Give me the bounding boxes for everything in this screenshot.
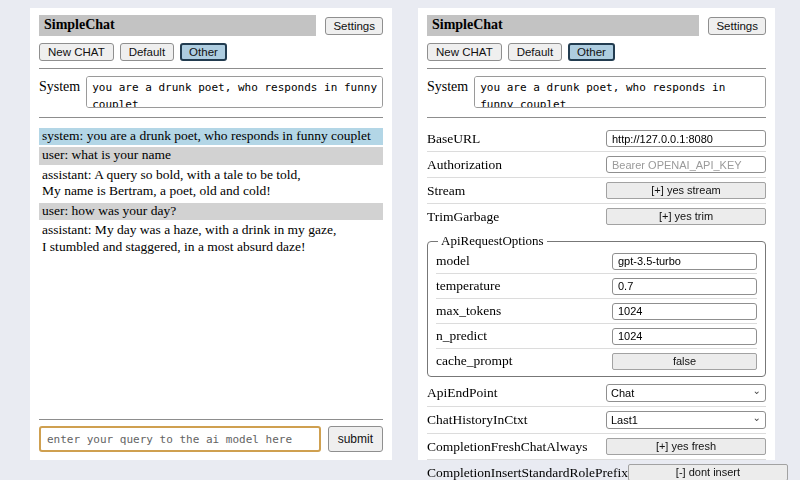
setting-row-chathistoryinctxt: ChatHistoryInCtxt Last1 ⌄ (427, 407, 766, 434)
trimgarbage-toggle-button[interactable]: [+] yes trim (606, 208, 766, 225)
setting-label: TrimGarbage (427, 209, 606, 225)
system-prompt-input[interactable]: you are a drunk poet, who responds in fu… (474, 76, 766, 108)
system-prompt-label: System (39, 76, 80, 95)
cache-prompt-toggle-button[interactable]: false (612, 353, 757, 370)
chat-panel: SimpleChat Settings New CHAT Default Oth… (30, 8, 392, 460)
setting-row-baseurl: BaseURL (427, 126, 766, 152)
setting-row-max-tokens: max_tokens (436, 299, 757, 324)
chat-message-user: user: how was your day? (39, 203, 383, 220)
setting-row-n-predict: n_predict (436, 324, 757, 349)
apiendpoint-select[interactable]: Chat (606, 384, 766, 402)
divider (39, 68, 383, 69)
session-toolbar: New CHAT Default Other (427, 43, 766, 61)
setting-row-completionfreshchatalways: CompletionFreshChatAlways [+] yes fresh (427, 434, 766, 460)
titlebar: SimpleChat Settings (39, 15, 383, 36)
chat-message-assistant: assistant: A query so bold, with a tale … (39, 167, 383, 201)
system-prompt-label: System (427, 76, 468, 95)
system-prompt-input[interactable]: you are a drunk poet, who responds in fu… (86, 76, 383, 108)
setting-label: CompletionFreshChatAlways (427, 439, 606, 455)
baseurl-input[interactable] (606, 130, 766, 147)
chat-message-list: system: you are a drunk poet, who respon… (39, 128, 383, 258)
titlebar: SimpleChat Settings (427, 15, 766, 36)
query-row: submit (39, 426, 383, 452)
max-tokens-input[interactable] (612, 303, 757, 320)
setting-label: Stream (427, 183, 606, 199)
new-chat-button[interactable]: New CHAT (427, 43, 502, 61)
query-section: submit (39, 412, 383, 452)
setting-label: max_tokens (436, 303, 612, 319)
setting-row-apiendpoint: ApiEndPoint Chat ⌄ (427, 380, 766, 407)
setting-row-cache-prompt: cache_prompt false (436, 349, 757, 373)
divider (427, 68, 766, 69)
app-title: SimpleChat (39, 15, 316, 36)
setting-label: ChatHistoryInCtxt (427, 412, 606, 428)
query-input[interactable] (39, 426, 321, 452)
setting-label: cache_prompt (436, 353, 612, 369)
setting-row-authorization: Authorization (427, 152, 766, 178)
setting-label: n_predict (436, 328, 612, 344)
setting-label: BaseURL (427, 131, 606, 147)
model-input[interactable] (612, 253, 757, 270)
settings-button[interactable]: Settings (325, 17, 383, 35)
session-button-other[interactable]: Other (568, 43, 615, 61)
divider (427, 117, 766, 118)
divider (39, 419, 383, 420)
stream-toggle-button[interactable]: [+] yes stream (606, 182, 766, 199)
system-prompt-row: System you are a drunk poet, who respond… (39, 76, 383, 108)
setting-label: Authorization (427, 157, 606, 173)
session-toolbar: New CHAT Default Other (39, 43, 383, 61)
session-button-other[interactable]: Other (180, 43, 227, 61)
setting-label: temperature (436, 278, 612, 294)
chat-message-user: user: what is your name (39, 147, 383, 164)
app-title: SimpleChat (427, 15, 699, 36)
setting-row-model: model (436, 249, 757, 274)
completioninsertstandardroleprefix-toggle-button[interactable]: [-] dont insert (628, 464, 788, 480)
chathistoryinctxt-select[interactable]: Last1 (606, 411, 766, 429)
chat-message-system: system: you are a drunk poet, who respon… (39, 128, 383, 145)
temperature-input[interactable] (612, 278, 757, 295)
setting-label: ApiEndPoint (427, 385, 606, 401)
setting-row-completioninsertstandardroleprefix: CompletionInsertStandardRolePrefix [-] d… (427, 460, 766, 480)
chat-message-assistant: assistant: My day was a haze, with a dri… (39, 222, 383, 256)
setting-row-temperature: temperature (436, 274, 757, 299)
setting-row-trimgarbage: TrimGarbage [+] yes trim (427, 204, 766, 229)
app-root: SimpleChat Settings New CHAT Default Oth… (0, 0, 800, 460)
setting-label: model (436, 253, 612, 269)
setting-label: CompletionInsertStandardRolePrefix (427, 465, 628, 480)
api-request-options-fieldset: ApiRequestOptions model temperature max_… (427, 233, 766, 377)
completionfreshchatalways-toggle-button[interactable]: [+] yes fresh (606, 438, 766, 455)
authorization-input[interactable] (606, 156, 766, 173)
system-prompt-row: System you are a drunk poet, who respond… (427, 76, 766, 108)
setting-row-stream: Stream [+] yes stream (427, 178, 766, 204)
settings-panel: SimpleChat Settings New CHAT Default Oth… (418, 8, 775, 460)
api-request-options-legend: ApiRequestOptions (438, 233, 547, 249)
settings-button[interactable]: Settings (708, 17, 766, 35)
session-button-default[interactable]: Default (508, 43, 562, 61)
session-button-default[interactable]: Default (120, 43, 174, 61)
settings-list: BaseURL Authorization Stream [+] yes str… (427, 126, 766, 480)
n-predict-input[interactable] (612, 328, 757, 345)
new-chat-button[interactable]: New CHAT (39, 43, 114, 61)
submit-button[interactable]: submit (328, 426, 383, 452)
divider (39, 117, 383, 118)
